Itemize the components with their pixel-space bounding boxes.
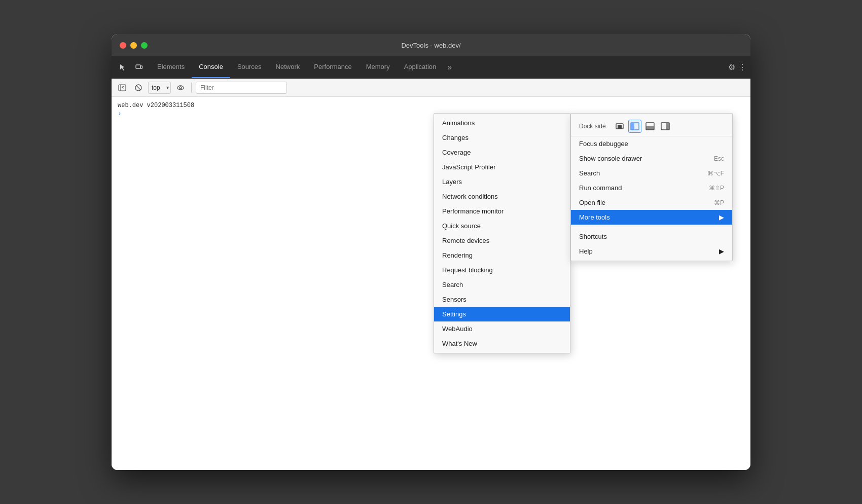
tab-memory[interactable]: Memory [359,56,397,78]
eye-icon [176,84,185,92]
prompt-chevron-icon: › [118,110,122,118]
sidebar-icon [118,84,126,92]
svg-rect-0 [136,65,140,68]
tab-performance[interactable]: Performance [307,56,358,78]
tab-application[interactable]: Application [397,56,444,78]
eye-filter-button[interactable] [174,81,187,94]
svg-point-8 [177,86,184,90]
toolbar-divider [191,83,192,93]
tab-bar-right-icons: ⚙ ⋮ [728,56,746,78]
block-icon [134,84,142,92]
cursor-icon [119,63,127,71]
minimize-button[interactable] [130,42,137,49]
svg-point-9 [179,87,182,89]
tab-network[interactable]: Network [269,56,307,78]
kebab-menu-icon[interactable]: ⋮ [738,62,746,72]
tab-bar: Elements Console Sources Network Perform… [112,56,750,79]
filter-input[interactable] [196,82,287,94]
console-area: web.dev v202003311508 › [112,97,750,470]
console-prompt[interactable]: › [118,110,744,118]
tab-console[interactable]: Console [192,56,230,78]
tab-bar-left-icons [116,56,146,78]
title-bar: DevTools - web.dev/ [112,34,750,56]
console-toolbar: top ▾ [112,79,750,97]
maximize-button[interactable] [141,42,148,49]
context-select-wrapper: top ▾ [148,82,171,94]
device-icon [135,63,143,71]
tabs-list: Elements Console Sources Network Perform… [150,56,724,78]
close-button[interactable] [120,42,126,49]
context-select[interactable]: top [148,82,171,94]
device-toggle-button[interactable] [132,60,146,75]
more-tabs-button[interactable]: » [443,56,456,78]
devtools-window: DevTools - web.dev/ Elements Console [112,34,750,470]
settings-gear-icon[interactable]: ⚙ [728,62,735,72]
tab-sources[interactable]: Sources [230,56,269,78]
clear-console-button[interactable] [132,81,145,94]
svg-line-5 [122,87,124,88]
sidebar-open-button[interactable] [116,81,129,94]
cursor-icon-button[interactable] [116,60,130,75]
svg-rect-1 [140,66,142,68]
svg-line-7 [136,85,141,90]
tab-elements[interactable]: Elements [150,56,192,78]
console-version-line: web.dev v202003311508 [118,101,744,110]
window-title: DevTools - web.dev/ [401,42,460,49]
traffic-lights [120,42,148,49]
